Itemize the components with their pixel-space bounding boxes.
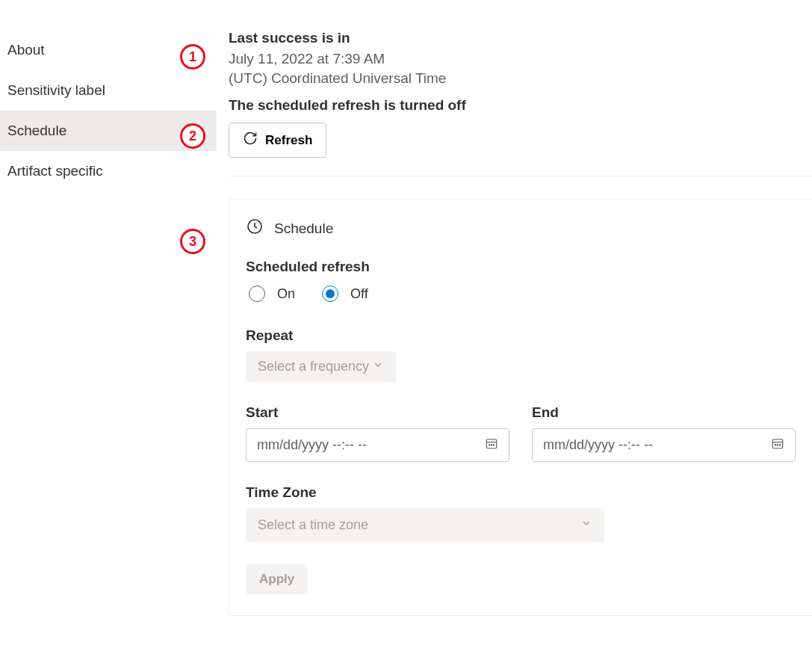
repeat-label: Repeat <box>246 327 796 344</box>
scheduled-refresh-off-message: The scheduled refresh is turned off <box>229 97 812 114</box>
last-success-heading: Last success is in <box>229 30 812 46</box>
timezone-label: Time Zone <box>246 484 796 501</box>
schedule-panel-title: Schedule <box>274 221 333 237</box>
radio-icon <box>249 286 265 302</box>
radio-off[interactable]: Off <box>322 286 368 302</box>
svg-rect-1 <box>486 440 497 448</box>
timezone-select-placeholder: Select a time zone <box>258 517 368 533</box>
start-datetime-placeholder: mm/dd/yyyy --:-- -- <box>257 437 367 453</box>
timezone-select[interactable]: Select a time zone <box>246 508 604 542</box>
scheduled-refresh-label: Scheduled refresh <box>246 259 796 275</box>
clock-icon <box>246 218 264 239</box>
schedule-panel: Schedule Scheduled refresh On Off Repeat… <box>229 199 812 616</box>
scheduled-refresh-radio-group: On Off <box>249 286 796 302</box>
start-label: Start <box>246 404 509 421</box>
svg-point-4 <box>493 445 494 446</box>
end-label: End <box>532 404 796 421</box>
sidebar-item-artifact-specific[interactable]: Artifact specific <box>0 151 217 191</box>
sidebar-item-sensitivity-label[interactable]: Sensitivity label <box>0 70 217 111</box>
refresh-button-label: Refresh <box>265 133 312 148</box>
radio-icon <box>322 286 338 302</box>
settings-sidebar: About Sensitivity label Schedule Artifac… <box>0 0 217 669</box>
annotation-badge-2: 2 <box>180 123 205 149</box>
chevron-down-icon <box>580 517 592 533</box>
radio-on-label: On <box>277 286 295 302</box>
apply-button[interactable]: Apply <box>246 564 308 594</box>
radio-on[interactable]: On <box>249 286 295 302</box>
calendar-icon <box>485 437 498 454</box>
svg-point-6 <box>775 445 775 446</box>
start-datetime-input[interactable]: mm/dd/yyyy --:-- -- <box>246 428 509 462</box>
frequency-select[interactable]: Select a frequency <box>246 351 396 382</box>
last-success-time: July 11, 2022 at 7:39 AM <box>229 51 812 67</box>
svg-point-3 <box>491 445 492 446</box>
svg-point-8 <box>779 445 780 446</box>
annotation-badge-1: 1 <box>180 44 205 70</box>
svg-point-2 <box>489 445 489 446</box>
chevron-down-icon <box>372 359 384 374</box>
radio-off-label: Off <box>350 286 368 302</box>
refresh-button[interactable]: Refresh <box>229 123 326 158</box>
schedule-panel-header: Schedule <box>246 218 796 239</box>
section-divider <box>229 176 812 176</box>
svg-point-7 <box>777 445 778 446</box>
last-success-timezone: (UTC) Coordinated Universal Time <box>229 70 812 87</box>
annotation-badge-3: 3 <box>180 229 205 254</box>
frequency-select-placeholder: Select a frequency <box>258 359 369 374</box>
end-datetime-input[interactable]: mm/dd/yyyy --:-- -- <box>532 428 796 462</box>
main-content: Last success is in July 11, 2022 at 7:39… <box>217 0 812 669</box>
end-datetime-placeholder: mm/dd/yyyy --:-- -- <box>543 437 653 453</box>
svg-rect-5 <box>772 440 783 448</box>
calendar-icon <box>771 437 784 454</box>
refresh-icon <box>243 131 258 149</box>
